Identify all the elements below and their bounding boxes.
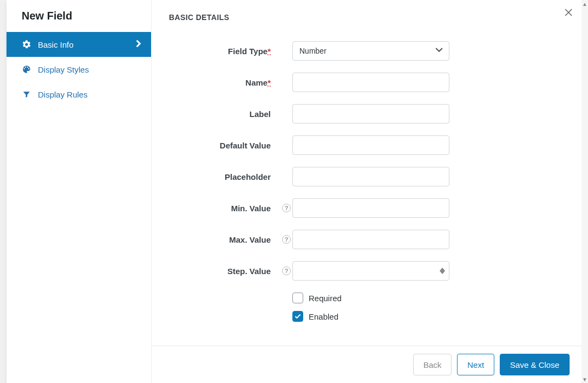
row-name: Name* <box>184 73 564 92</box>
close-button[interactable] <box>560 4 577 22</box>
label-input[interactable] <box>292 104 449 124</box>
sidebar-nav: Basic Info Display Styles Display Rules <box>6 32 151 107</box>
scrollbar-track[interactable]: ▲ ▼ <box>582 0 588 383</box>
back-button[interactable]: Back <box>413 354 452 375</box>
row-placeholder: Placeholder <box>184 167 564 186</box>
modal-footer: Back Next Save & Close <box>152 346 582 383</box>
label-default-value: Default Value <box>184 141 280 150</box>
step-value-input[interactable] <box>292 261 449 281</box>
required-mark: * <box>267 78 271 87</box>
next-button[interactable]: Next <box>457 354 494 375</box>
scroll-up-icon: ▲ <box>582 0 588 8</box>
label-field-type: Field Type* <box>184 47 280 56</box>
label-label: Label <box>184 109 280 119</box>
help-icon[interactable]: ? <box>282 235 291 244</box>
label-placeholder: Placeholder <box>184 172 280 181</box>
form-area: Field Type* Number Name* <box>152 25 582 346</box>
help-icon[interactable]: ? <box>282 204 291 212</box>
row-step-value: Step. Value ? <box>184 261 564 281</box>
label-step-value: Step. Value <box>184 267 280 276</box>
row-min-value: Min. Value ? <box>184 198 564 218</box>
row-label: Label <box>184 104 564 124</box>
gear-icon <box>22 40 31 49</box>
required-mark: * <box>267 47 271 56</box>
row-required: Required <box>292 293 564 303</box>
sidebar-item-display-styles[interactable]: Display Styles <box>6 57 151 82</box>
modal-title: New Field <box>6 0 151 32</box>
row-field-type: Field Type* Number <box>184 41 564 61</box>
sidebar-item-label: Basic Info <box>38 40 74 49</box>
enabled-label: Enabled <box>309 312 338 321</box>
help-icon[interactable]: ? <box>282 267 291 275</box>
min-value-input[interactable] <box>292 198 449 218</box>
sidebar-item-label: Display Rules <box>38 90 88 99</box>
name-input[interactable] <box>292 73 449 92</box>
palette-icon <box>22 64 31 74</box>
label-min-value: Min. Value <box>184 204 280 213</box>
modal-main: BASIC DETAILS Field Type* Number <box>152 0 582 383</box>
chevron-right-icon <box>136 40 141 49</box>
sidebar-item-basic-info[interactable]: Basic Info <box>6 32 151 57</box>
modal-sidebar: New Field Basic Info Display Styles <box>6 0 152 383</box>
sidebar-item-label: Display Styles <box>38 65 89 74</box>
filter-icon <box>22 89 31 99</box>
row-default-value: Default Value <box>184 135 564 155</box>
label-max-value: Max. Value <box>184 235 280 244</box>
required-checkbox[interactable] <box>292 293 303 303</box>
section-title: BASIC DETAILS <box>152 0 582 25</box>
label-name: Name* <box>184 78 280 87</box>
save-close-button[interactable]: Save & Close <box>500 354 570 375</box>
row-max-value: Max. Value ? <box>184 230 564 249</box>
row-enabled: Enabled <box>292 311 564 322</box>
close-icon <box>564 7 573 20</box>
placeholder-input[interactable] <box>292 167 449 186</box>
default-value-input[interactable] <box>292 135 449 155</box>
scroll-down-icon: ▼ <box>582 375 588 383</box>
required-label: Required <box>309 294 342 303</box>
new-field-modal: New Field Basic Info Display Styles <box>6 0 582 383</box>
sidebar-item-display-rules[interactable]: Display Rules <box>6 82 151 107</box>
field-type-select[interactable]: Number <box>292 41 449 61</box>
enabled-checkbox[interactable] <box>292 311 303 322</box>
max-value-input[interactable] <box>292 230 449 249</box>
